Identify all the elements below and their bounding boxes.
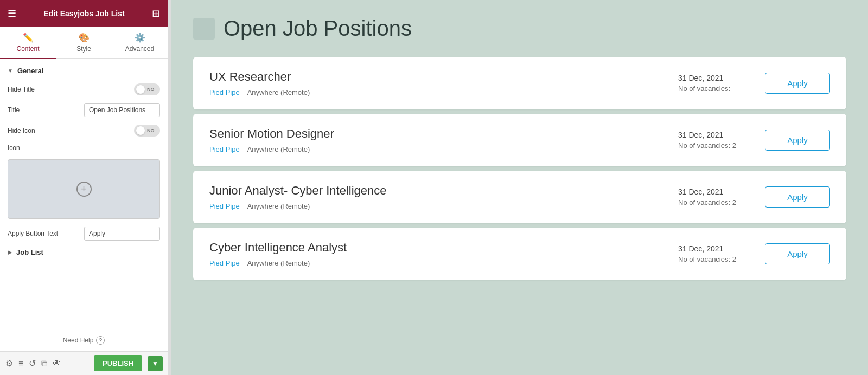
- job-tags: Pied Pipe Anywhere (Remote): [209, 145, 678, 153]
- title-field-label: Title: [8, 106, 20, 114]
- job-title: Cyber Intelligence Analyst: [209, 241, 678, 255]
- general-section-label: General: [17, 67, 43, 75]
- tab-style[interactable]: 🎨 Style: [56, 27, 112, 58]
- publish-button[interactable]: PUBLISH: [94, 355, 142, 371]
- layers-icon[interactable]: ≡: [18, 359, 23, 368]
- page-title-icon: [193, 18, 215, 40]
- upload-plus-icon: +: [76, 182, 92, 197]
- icon-label-row: Icon: [8, 144, 160, 152]
- title-input[interactable]: [84, 103, 160, 117]
- job-vacancies: No of vacancies: 2: [678, 255, 765, 263]
- apply-button-text-input[interactable]: [84, 227, 160, 241]
- apply-button-2[interactable]: Apply: [765, 130, 830, 151]
- hide-icon-toggle[interactable]: NO: [134, 125, 160, 137]
- hide-icon-row: Hide Icon NO: [8, 125, 160, 137]
- job-location: Anywhere (Remote): [247, 88, 310, 96]
- job-meta: 31 Dec, 2021 No of vacancies: 2: [678, 131, 765, 150]
- tab-content[interactable]: ✏️ Content: [0, 27, 56, 59]
- page-title-area: Open Job Positions: [193, 16, 846, 41]
- toggle-knob: [136, 85, 145, 94]
- job-company[interactable]: Pied Pipe: [209, 145, 240, 153]
- job-title: Junior Analyst- Cyber Intelligence: [209, 184, 678, 198]
- eye-icon[interactable]: 👁: [53, 359, 61, 368]
- job-info: Junior Analyst- Cyber Intelligence Pied …: [209, 184, 678, 210]
- icon-upload-area[interactable]: +: [8, 159, 160, 219]
- job-meta: 31 Dec, 2021 No of vacancies: 2: [678, 188, 765, 206]
- toggle-knob-2: [136, 126, 145, 135]
- need-help-label: Need Help: [63, 337, 94, 344]
- job-card: UX Researcher Pied Pipe Anywhere (Remote…: [193, 57, 846, 109]
- tab-advanced-label: Advanced: [125, 45, 154, 53]
- job-title: Senior Motion Designer: [209, 127, 678, 141]
- job-info: Cyber Intelligence Analyst Pied Pipe Any…: [209, 241, 678, 267]
- panel-footer: Need Help ?: [0, 329, 168, 351]
- hide-title-row: Hide Title NO: [8, 83, 160, 95]
- grid-icon[interactable]: ⊞: [152, 8, 160, 20]
- job-meta: 31 Dec, 2021 No of vacancies: 2: [678, 244, 765, 263]
- right-panel: Open Job Positions UX Researcher Pied Pi…: [171, 0, 868, 375]
- job-location: Anywhere (Remote): [247, 202, 310, 210]
- job-company[interactable]: Pied Pipe: [209, 259, 240, 267]
- job-list-section-header[interactable]: ▶ Job List: [8, 248, 160, 256]
- job-location: Anywhere (Remote): [247, 145, 310, 153]
- help-icon: ?: [96, 336, 105, 345]
- chevron-down-icon: ▼: [8, 68, 13, 74]
- job-info: Senior Motion Designer Pied Pipe Anywher…: [209, 127, 678, 153]
- job-vacancies: No of vacancies: 2: [678, 141, 765, 150]
- job-tags: Pied Pipe Anywhere (Remote): [209, 202, 678, 210]
- job-info: UX Researcher Pied Pipe Anywhere (Remote…: [209, 70, 678, 96]
- job-list-section-label: Job List: [16, 248, 43, 256]
- job-company[interactable]: Pied Pipe: [209, 202, 240, 210]
- tab-content-label: Content: [16, 45, 39, 53]
- job-vacancies: No of vacancies: 2: [678, 198, 765, 206]
- job-title: UX Researcher: [209, 70, 678, 84]
- publish-dropdown-button[interactable]: ▼: [148, 356, 163, 371]
- settings-icon[interactable]: ⚙: [5, 358, 13, 368]
- panel-title: Edit Easyjobs Job List: [16, 9, 152, 18]
- job-date: 31 Dec, 2021: [678, 131, 765, 139]
- style-icon: 🎨: [79, 33, 90, 43]
- left-panel: ☰ Edit Easyjobs Job List ⊞ ✏️ Content 🎨 …: [0, 0, 168, 375]
- job-date: 31 Dec, 2021: [678, 188, 765, 196]
- job-vacancies: No of vacancies:: [678, 85, 765, 93]
- panel-tabs: ✏️ Content 🎨 Style ⚙️ Advanced: [0, 27, 168, 59]
- toggle-no-label: NO: [147, 87, 155, 92]
- job-location: Anywhere (Remote): [247, 259, 310, 267]
- tab-style-label: Style: [76, 45, 91, 53]
- page-title: Open Job Positions: [224, 16, 412, 41]
- need-help-link[interactable]: Need Help ?: [8, 336, 160, 345]
- icon-label: Icon: [8, 144, 20, 152]
- content-icon: ✏️: [23, 33, 34, 43]
- apply-button-3[interactable]: Apply: [765, 186, 830, 208]
- job-tags: Pied Pipe Anywhere (Remote): [209, 88, 678, 96]
- apply-button-4[interactable]: Apply: [765, 243, 830, 264]
- job-date: 31 Dec, 2021: [678, 74, 765, 82]
- panel-body: ▼ General Hide Title NO Title Hide Icon …: [0, 59, 168, 375]
- panel-header: ☰ Edit Easyjobs Job List ⊞: [0, 0, 168, 27]
- hide-icon-label: Hide Icon: [8, 127, 35, 134]
- job-meta: 31 Dec, 2021 No of vacancies:: [678, 74, 765, 93]
- tab-advanced[interactable]: ⚙️ Advanced: [112, 27, 168, 58]
- jobs-container: UX Researcher Pied Pipe Anywhere (Remote…: [193, 57, 846, 280]
- history-icon[interactable]: ↺: [29, 358, 36, 368]
- apply-button-1[interactable]: Apply: [765, 73, 830, 94]
- apply-button-text-row: Apply Button Text: [8, 227, 160, 241]
- job-card: Junior Analyst- Cyber Intelligence Pied …: [193, 171, 846, 223]
- bottom-bar: ⚙ ≡ ↺ ⧉ 👁 PUBLISH ▼: [0, 351, 168, 375]
- duplicate-icon[interactable]: ⧉: [41, 359, 47, 368]
- job-tags: Pied Pipe Anywhere (Remote): [209, 259, 678, 267]
- job-company[interactable]: Pied Pipe: [209, 88, 240, 96]
- advanced-icon: ⚙️: [135, 33, 145, 43]
- hide-title-toggle[interactable]: NO: [134, 83, 160, 95]
- job-card: Senior Motion Designer Pied Pipe Anywher…: [193, 114, 846, 166]
- toggle-no-label-2: NO: [147, 128, 155, 133]
- hide-title-label: Hide Title: [8, 86, 35, 93]
- chevron-right-icon: ▶: [8, 249, 12, 255]
- title-row: Title: [8, 103, 160, 117]
- hamburger-icon[interactable]: ☰: [8, 8, 16, 20]
- apply-button-text-label: Apply Button Text: [8, 230, 58, 237]
- general-section-header[interactable]: ▼ General: [8, 67, 160, 75]
- job-date: 31 Dec, 2021: [678, 244, 765, 253]
- job-card: Cyber Intelligence Analyst Pied Pipe Any…: [193, 228, 846, 280]
